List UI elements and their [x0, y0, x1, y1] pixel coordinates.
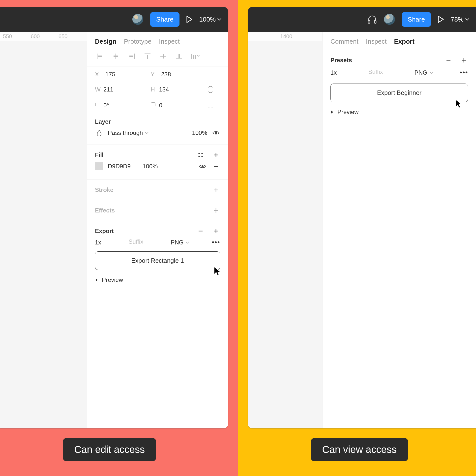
x-input[interactable]: -175	[103, 71, 151, 78]
styles-icon[interactable]	[196, 151, 205, 159]
corner-radius-input[interactable]: 0	[159, 102, 207, 109]
svg-rect-1	[98, 56, 102, 57]
blend-mode-select[interactable]: Pass through	[108, 129, 149, 136]
w-label: W	[95, 86, 103, 93]
svg-point-16	[198, 153, 200, 154]
remove-export-icon[interactable]	[196, 227, 205, 235]
add-effect-icon[interactable]	[212, 206, 220, 215]
avatar[interactable]	[132, 14, 143, 25]
zoom-control[interactable]: 100%	[199, 16, 222, 23]
svg-rect-7	[147, 55, 148, 59]
zoom-control[interactable]: 78%	[451, 16, 470, 23]
svg-rect-11	[178, 54, 180, 58]
align-bottom-icon[interactable]	[173, 51, 185, 62]
preview-toggle[interactable]: Preview	[323, 104, 476, 120]
w-input[interactable]: 211	[103, 86, 151, 93]
avatar[interactable]	[384, 14, 395, 25]
fill-hex[interactable]: D9D9D9	[108, 163, 131, 170]
add-export-icon[interactable]	[212, 227, 220, 235]
layer-opacity[interactable]: 100%	[192, 129, 207, 136]
share-button[interactable]: Share	[402, 12, 431, 27]
tab-inspect[interactable]: Inspect	[159, 38, 180, 45]
zoom-value: 100%	[199, 16, 216, 23]
add-preset-icon[interactable]	[460, 56, 468, 64]
tidy-icon[interactable]	[189, 51, 201, 62]
stroke-section: Stroke	[87, 179, 228, 200]
export-more-icon[interactable]: •••	[460, 69, 468, 76]
preview-toggle[interactable]: Preview	[87, 272, 228, 288]
presets-section: Presets	[323, 50, 476, 66]
align-top-icon[interactable]	[142, 51, 153, 62]
x-label: X	[95, 71, 103, 78]
fill-visibility-icon[interactable]	[198, 162, 207, 171]
caption-edit: Can edit access	[63, 438, 156, 461]
tab-comment[interactable]: Comment	[330, 38, 358, 45]
constrain-proportions-icon[interactable]	[206, 85, 215, 94]
cursor-icon	[454, 99, 463, 107]
transform-section: X -175 Y -238 W 211 H 134 0° 0	[87, 66, 228, 112]
rotation-input[interactable]: 0°	[103, 102, 151, 109]
export-more-icon[interactable]: •••	[212, 238, 220, 246]
align-right-icon[interactable]	[126, 51, 138, 62]
zoom-value: 78%	[451, 16, 464, 23]
caption-view: Can view access	[311, 438, 408, 461]
svg-point-22	[202, 165, 204, 167]
export-scale[interactable]: 1x	[95, 239, 101, 246]
svg-rect-32	[374, 20, 376, 23]
align-tools	[87, 50, 228, 66]
y-input[interactable]: -238	[159, 71, 207, 78]
export-button[interactable]: Export Beginner	[330, 84, 468, 102]
export-format-select[interactable]: PNG	[415, 69, 433, 76]
remove-preset-icon[interactable]	[444, 56, 453, 64]
visibility-icon[interactable]	[212, 129, 220, 137]
svg-rect-5	[129, 56, 133, 57]
canvas-area[interactable]: 1400	[248, 32, 322, 428]
effects-title: Effects	[95, 207, 115, 214]
export-panel: Comment Inspect Export Presets	[322, 32, 476, 428]
headphones-icon[interactable]	[367, 14, 377, 24]
export-preset-row: 1x Suffix PNG •••	[323, 66, 476, 77]
present-icon[interactable]	[186, 16, 192, 23]
share-button[interactable]: Share	[150, 12, 179, 27]
add-stroke-icon[interactable]	[212, 186, 220, 194]
h-input[interactable]: 134	[159, 86, 207, 93]
layer-title: Layer	[95, 118, 220, 125]
canvas-area[interactable]: 550 600 650	[0, 32, 87, 428]
align-hcenter-icon[interactable]	[110, 51, 122, 62]
figma-window-view: Share 78% 1400 Comment	[248, 7, 476, 428]
topbar: Share 100%	[0, 7, 228, 32]
fill-title: Fill	[95, 151, 104, 158]
remove-fill-icon[interactable]	[212, 162, 220, 171]
export-suffix-input[interactable]: Suffix	[367, 68, 384, 77]
export-scale[interactable]: 1x	[330, 69, 337, 76]
ruler: 1400	[248, 32, 322, 41]
svg-rect-13	[193, 55, 194, 59]
fill-opacity[interactable]: 100%	[143, 163, 158, 170]
h-label: H	[151, 86, 159, 93]
panel-tabs: Design Prototype Inspect	[87, 32, 228, 50]
export-section: Export	[87, 221, 228, 237]
corner-radius-icon	[151, 102, 159, 109]
layer-section: Layer Pass through 100%	[87, 112, 228, 145]
stroke-title: Stroke	[95, 186, 114, 193]
y-label: Y	[151, 71, 159, 78]
ruler: 550 600 650	[0, 32, 87, 41]
present-icon[interactable]	[438, 16, 444, 23]
svg-rect-3	[114, 56, 118, 57]
rotation-icon	[95, 102, 103, 109]
export-suffix-input[interactable]: Suffix	[128, 238, 145, 247]
blend-mode-icon[interactable]	[95, 129, 103, 137]
export-button[interactable]: Export Rectangle 1	[95, 251, 220, 270]
svg-rect-31	[368, 20, 370, 23]
tab-inspect[interactable]: Inspect	[366, 38, 387, 45]
independent-corners-icon[interactable]	[206, 101, 215, 110]
tab-prototype[interactable]: Prototype	[124, 38, 151, 45]
fill-swatch[interactable]	[95, 162, 103, 170]
add-fill-icon[interactable]	[212, 151, 220, 159]
export-format-select[interactable]: PNG	[171, 239, 189, 246]
align-vcenter-icon[interactable]	[157, 51, 169, 62]
align-left-icon[interactable]	[94, 51, 106, 62]
tab-export[interactable]: Export	[394, 38, 415, 45]
tab-design[interactable]: Design	[95, 38, 117, 45]
svg-rect-9	[163, 54, 164, 59]
